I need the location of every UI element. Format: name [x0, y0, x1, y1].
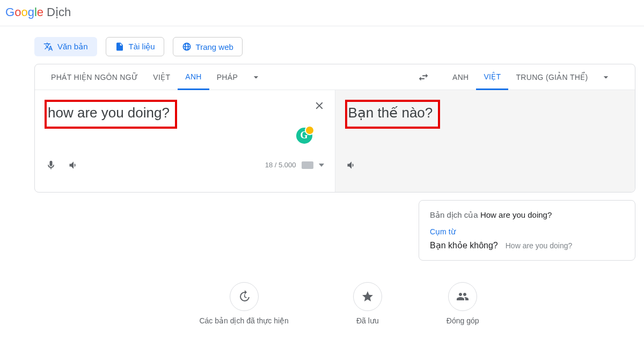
swap-icon [418, 71, 429, 83]
source-lang-viet[interactable]: VIỆT [145, 64, 178, 90]
dictionary-tag: Cụm từ [430, 227, 624, 236]
tab-documents-label: Tài liệu [129, 42, 155, 51]
translate-icon [43, 42, 53, 51]
google-wordmark: Google [5, 5, 43, 19]
history-button[interactable]: Các bản dịch đã thực hiện [199, 282, 288, 325]
source-highlight: how are you doing? [46, 101, 176, 128]
target-highlight: Bạn thế nào? [346, 101, 440, 128]
listen-target-button[interactable] [346, 160, 357, 171]
history-icon [238, 290, 251, 303]
tab-documents[interactable]: Tài liệu [106, 37, 164, 56]
speaker-icon [346, 160, 357, 171]
microphone-icon [46, 160, 56, 171]
dictionary-translation[interactable]: Bạn khỏe không? [430, 240, 498, 250]
target-pane: Bạn thế nào? [335, 90, 635, 192]
globe-icon [182, 42, 192, 51]
tab-text[interactable]: Văn bản [34, 37, 97, 56]
community-icon [456, 290, 469, 303]
source-lang-detect[interactable]: PHÁT HIỆN NGÔN NGỮ [43, 64, 145, 90]
close-icon [313, 100, 325, 112]
mode-tabs: Văn bản Tài liệu Trang web [34, 26, 644, 64]
source-pane: how are you doing? G [35, 90, 335, 192]
source-text-input[interactable]: how are you doing? [48, 105, 170, 121]
chevron-down-icon [601, 72, 611, 83]
star-icon [361, 290, 374, 303]
target-lang-anh[interactable]: ANH [445, 64, 476, 90]
target-lang-group: ANH VIỆT TRUNG (GIẢN THỂ) [436, 64, 635, 90]
dictionary-title-prefix: Bản dịch của [430, 210, 480, 219]
chevron-down-icon [251, 72, 261, 83]
voice-input-button[interactable] [46, 160, 56, 171]
source-lang-more[interactable] [245, 72, 267, 83]
char-count: 18 / 5.000 [265, 161, 296, 169]
target-lang-viet[interactable]: VIỆT [476, 64, 508, 90]
target-lang-more[interactable] [595, 72, 617, 83]
document-icon [115, 42, 125, 51]
dictionary-title-phrase: How are you doing? [480, 210, 552, 219]
grammarly-icon: G [300, 130, 308, 141]
saved-button[interactable]: Đã lưu [353, 282, 382, 325]
clear-source-button[interactable] [313, 100, 325, 114]
grammarly-badge[interactable]: G [296, 128, 312, 144]
keyboard-icon[interactable] [302, 161, 313, 169]
history-label: Các bản dịch đã thực hiện [199, 316, 288, 325]
source-lang-anh[interactable]: ANH [178, 64, 209, 90]
source-lang-phap[interactable]: PHÁP [209, 64, 245, 90]
dictionary-title: Bản dịch của How are you doing? [430, 210, 624, 220]
source-lang-group: PHÁT HIỆN NGÔN NGỮ VIỆT ANH PHÁP [35, 64, 411, 90]
translate-panel: PHÁT HIỆN NGÔN NGỮ VIỆT ANH PHÁP ANH VIỆ… [34, 64, 635, 193]
bottom-actions: Các bản dịch đã thực hiện Đã lưu Đóng gó… [34, 261, 644, 325]
speaker-icon [68, 160, 79, 171]
target-lang-trung[interactable]: TRUNG (GIẢN THỂ) [508, 64, 595, 90]
saved-label: Đã lưu [356, 316, 379, 325]
listen-source-button[interactable] [68, 160, 79, 171]
product-name: Dịch [47, 5, 71, 19]
swap-languages-button[interactable] [411, 71, 436, 83]
target-text-output: Bạn thế nào? [348, 105, 433, 121]
tab-websites[interactable]: Trang web [173, 37, 243, 56]
app-logo: Google Dịch [5, 5, 639, 19]
keyboard-dropdown-icon[interactable] [319, 164, 324, 167]
tab-websites-label: Trang web [196, 42, 233, 51]
language-bar: PHÁT HIỆN NGÔN NGỮ VIỆT ANH PHÁP ANH VIỆ… [35, 64, 635, 90]
contribute-label: Đóng góp [447, 316, 479, 325]
dictionary-card: Bản dịch của How are you doing? Cụm từ B… [419, 200, 635, 261]
dictionary-back-translation: How are you doing? [506, 241, 573, 250]
contribute-button[interactable]: Đóng góp [447, 282, 479, 325]
tab-text-label: Văn bản [57, 42, 88, 51]
